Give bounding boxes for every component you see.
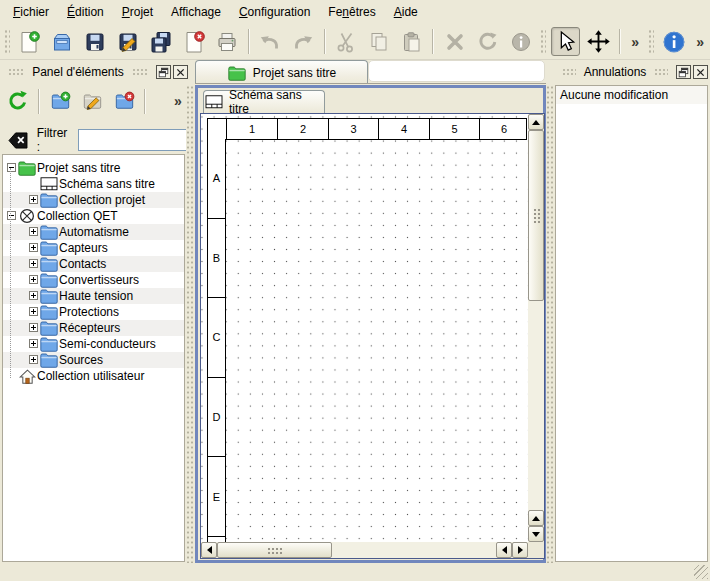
- delete-button[interactable]: [440, 27, 469, 56]
- tree-item-automatisme[interactable]: Automatisme: [3, 224, 184, 240]
- float-panel-button[interactable]: [676, 65, 691, 79]
- tree-guide-line: [10, 168, 12, 378]
- clear-filter-button[interactable]: [6, 129, 31, 151]
- grid-column-5: 5: [429, 119, 479, 139]
- edit-category-button[interactable]: [78, 87, 106, 115]
- print-button[interactable]: [213, 27, 242, 56]
- redo-button[interactable]: [289, 27, 318, 56]
- undo-button[interactable]: [256, 27, 285, 56]
- scroll-left-button-2[interactable]: [496, 542, 512, 558]
- menu-aide[interactable]: Aide: [385, 2, 427, 22]
- tree-item-label: Récepteurs: [59, 321, 120, 335]
- tree-item-recepteurs[interactable]: Récepteurs: [3, 320, 184, 336]
- expander-plus-icon[interactable]: [27, 241, 39, 255]
- vertical-scroll-thumb[interactable]: [528, 130, 544, 301]
- tree-item-contacts[interactable]: Contacts: [3, 256, 184, 272]
- select-arrow-button[interactable]: [551, 27, 580, 56]
- overflow-button[interactable]: »: [627, 27, 643, 56]
- tree-item-schema-sans-titre[interactable]: Schéma sans titre: [3, 176, 184, 192]
- diagram-canvas[interactable]: 123456 ABCDE: [201, 114, 528, 542]
- tabbar-baseline: [195, 83, 546, 84]
- menu-affichage[interactable]: Affichage: [162, 2, 230, 22]
- expander-plus-icon[interactable]: [27, 337, 39, 351]
- undo-list-item[interactable]: Aucune modification: [556, 86, 707, 104]
- info-blue-button[interactable]: [659, 27, 688, 56]
- print-icon: [216, 31, 238, 53]
- tab-schema[interactable]: Schéma sans titre: [203, 90, 325, 113]
- undo-list: Aucune modification: [555, 85, 708, 562]
- delete-icon: [444, 31, 466, 53]
- tree-item-capteurs[interactable]: Capteurs: [3, 240, 184, 256]
- tree-item-protections[interactable]: Protections: [3, 304, 184, 320]
- move-tool-button[interactable]: [584, 27, 613, 56]
- menu-edition[interactable]: Édition: [58, 2, 113, 22]
- toolbar-handle[interactable]: [540, 29, 546, 55]
- tree-item-collection-utilisateur[interactable]: Collection utilisateur: [3, 368, 184, 384]
- left-splitter[interactable]: [186, 85, 195, 563]
- right-splitter[interactable]: [546, 85, 554, 563]
- new-category-button[interactable]: [46, 87, 74, 115]
- scroll-up-button-2[interactable]: [528, 510, 544, 526]
- expander-plus-icon[interactable]: [27, 289, 39, 303]
- toolbar-handle[interactable]: [4, 29, 10, 55]
- undo-panel-titlebar: Annulations: [556, 62, 708, 82]
- tab-project[interactable]: Projet sans titre: [195, 60, 368, 84]
- info-gray-button[interactable]: [506, 27, 535, 56]
- chevron-right-icon: »: [631, 35, 639, 49]
- expander-plus-icon[interactable]: [27, 305, 39, 319]
- expander-plus-icon[interactable]: [27, 193, 39, 207]
- rotate-button[interactable]: [473, 27, 502, 56]
- close-panel-button[interactable]: [173, 65, 188, 79]
- thumb-grip: [267, 547, 283, 555]
- expander-plus-icon[interactable]: [27, 321, 39, 335]
- scroll-up-button[interactable]: [528, 114, 544, 130]
- toolbar-handle[interactable]: [648, 29, 654, 55]
- size-grip[interactable]: [694, 565, 708, 579]
- refresh-button[interactable]: [4, 87, 32, 115]
- tree-item-label: Contacts: [59, 257, 106, 271]
- save-button[interactable]: [81, 27, 110, 56]
- expander-plus-icon[interactable]: [27, 225, 39, 239]
- open-file-button[interactable]: [48, 27, 77, 56]
- save-as-button[interactable]: [114, 27, 143, 56]
- qet-icon: [17, 208, 37, 224]
- overflow-button[interactable]: »: [692, 27, 708, 56]
- filter-input[interactable]: [78, 129, 188, 151]
- expander-plus-icon[interactable]: [27, 257, 39, 271]
- save-all-button[interactable]: [147, 27, 176, 56]
- menu-fenetres[interactable]: Fenêtres: [319, 2, 384, 22]
- menu-fichier[interactable]: Fichier: [4, 2, 58, 22]
- tree-item-sources[interactable]: Sources: [3, 352, 184, 368]
- paste-button[interactable]: [397, 27, 426, 56]
- vertical-scrollbar[interactable]: [528, 114, 544, 542]
- arrow-right-icon: [518, 546, 523, 554]
- tree-item-haute-tension[interactable]: Haute tension: [3, 288, 184, 304]
- delete-category-button[interactable]: [110, 87, 138, 115]
- scroll-right-button[interactable]: [512, 542, 528, 558]
- scroll-left-button[interactable]: [201, 542, 217, 558]
- tree-item-convertisseurs[interactable]: Convertisseurs: [3, 272, 184, 288]
- toolbar-separator: [38, 89, 40, 114]
- overflow-button[interactable]: »: [170, 87, 186, 115]
- menu-configuration[interactable]: Configuration: [230, 2, 319, 22]
- tree-item-projet-sans-titre[interactable]: Projet sans titre: [3, 160, 184, 176]
- elements-panel-toolbar: »: [2, 86, 188, 116]
- rotate-icon: [477, 31, 499, 53]
- cut-button[interactable]: [332, 27, 361, 56]
- scroll-down-button[interactable]: [528, 526, 544, 542]
- tree-item-collection-qet[interactable]: Collection QET: [3, 208, 184, 224]
- close-file-button[interactable]: [180, 27, 209, 56]
- menu-projet[interactable]: Projet: [113, 2, 162, 22]
- expander-plus-icon[interactable]: [27, 353, 39, 367]
- close-panel-button[interactable]: [693, 65, 708, 79]
- expander-plus-icon[interactable]: [27, 273, 39, 287]
- tree-item-collection-projet[interactable]: Collection projet: [3, 192, 184, 208]
- grid-column-4: 4: [378, 119, 429, 139]
- thumb-grip: [533, 208, 541, 224]
- new-file-button[interactable]: [15, 27, 44, 56]
- copy-button[interactable]: [365, 27, 394, 56]
- horizontal-scrollbar[interactable]: [201, 542, 528, 558]
- float-panel-button[interactable]: [156, 65, 171, 79]
- horizontal-scroll-thumb[interactable]: [217, 542, 332, 558]
- tree-item-semi-conducteurs[interactable]: Semi-conducteurs: [3, 336, 184, 352]
